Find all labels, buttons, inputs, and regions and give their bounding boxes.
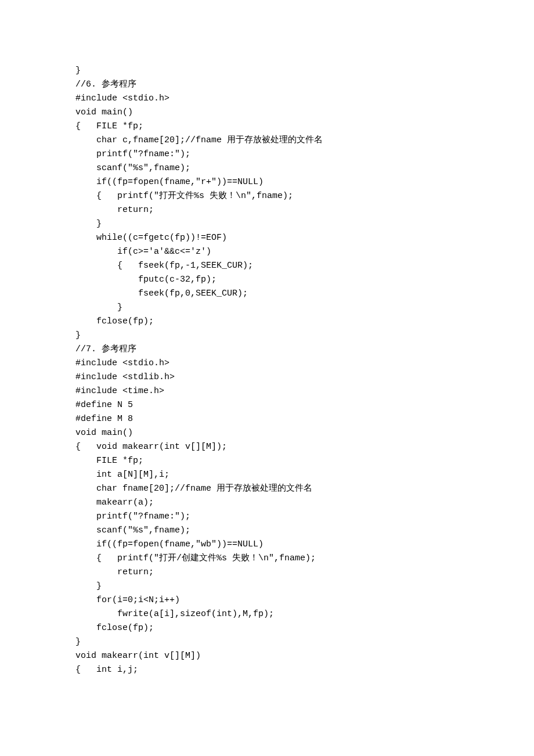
- code-line: { printf("打开/创建文件%s 失败！\n",fname);: [75, 553, 316, 563]
- code-line: char c,fname[20];//fname 用于存放被处理的文件名: [75, 135, 323, 145]
- code-line: void main(): [75, 428, 133, 438]
- code-line: if((fp=fopen(fname,"wb"))==NULL): [75, 539, 264, 549]
- code-line: //6. 参考程序: [75, 80, 136, 89]
- code-line: if((fp=fopen(fname,"r+"))==NULL): [75, 177, 264, 187]
- code-line: #define N 5: [75, 400, 133, 410]
- code-line: printf("?fname:");: [75, 149, 190, 159]
- code-line: int a[N][M],i;: [75, 470, 169, 480]
- code-document: } //6. 参考程序 #include <stdio.h> void main…: [0, 0, 534, 712]
- code-line: makearr(a);: [75, 498, 154, 507]
- code-line: }: [75, 330, 81, 340]
- code-line: while((c=fgetc(fp))!=EOF): [75, 233, 227, 243]
- code-line: fwrite(a[i],sizeof(int),M,fp);: [75, 609, 274, 619]
- code-line: #include <time.h>: [75, 386, 164, 396]
- code-line: }: [75, 637, 81, 647]
- code-line: { int i,j;: [75, 665, 138, 675]
- code-line: #include <stdio.h>: [75, 358, 169, 368]
- code-line: { printf("打开文件%s 失败！\n",fname);: [75, 191, 293, 201]
- code-line: fseek(fp,0,SEEK_CUR);: [75, 289, 248, 298]
- code-line: void makearr(int v[][M]): [75, 651, 201, 661]
- code-line: fclose(fp);: [75, 623, 154, 633]
- code-line: fclose(fp);: [75, 316, 154, 326]
- code-line: char fname[20];//fname 用于存放被处理的文件名: [75, 484, 312, 494]
- code-line: #include <stdio.h>: [75, 93, 169, 103]
- code-line: return;: [75, 567, 154, 577]
- code-line: { FILE *fp;: [75, 121, 143, 131]
- code-line: }: [75, 66, 81, 75]
- code-line: fputc(c-32,fp);: [75, 275, 217, 285]
- code-line: if(c>='a'&&c<='z'): [75, 247, 211, 257]
- code-line: #include <stdlib.h>: [75, 372, 175, 382]
- code-line: { fseek(fp,-1,SEEK_CUR);: [75, 261, 253, 271]
- code-line: return;: [75, 205, 154, 215]
- code-line: #define M 8: [75, 414, 133, 424]
- code-line: { void makearr(int v[][M]);: [75, 442, 227, 452]
- code-line: }: [75, 581, 102, 591]
- code-line: for(i=0;i<N;i++): [75, 595, 180, 605]
- code-line: FILE *fp;: [75, 456, 143, 466]
- code-line: printf("?fname:");: [75, 512, 190, 521]
- code-line: scanf("%s",fname);: [75, 525, 190, 535]
- code-line: void main(): [75, 107, 133, 117]
- code-line: //7. 参考程序: [75, 344, 136, 354]
- code-line: scanf("%s",fname);: [75, 163, 190, 173]
- code-line: }: [75, 303, 122, 312]
- code-line: }: [75, 219, 102, 229]
